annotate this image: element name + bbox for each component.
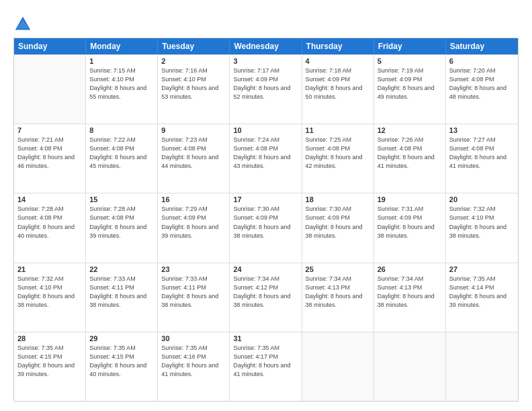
cal-cell-3-1: 14Sunrise: 7:28 AM Sunset: 4:08 PM Dayli… <box>14 193 86 262</box>
week-row-3: 14Sunrise: 7:28 AM Sunset: 4:08 PM Dayli… <box>14 193 518 262</box>
day-info: Sunrise: 7:23 AM Sunset: 4:08 PM Dayligh… <box>161 136 226 171</box>
header-day-thursday: Thursday <box>302 38 374 54</box>
day-number: 9 <box>161 126 226 134</box>
day-number: 12 <box>378 126 442 134</box>
week-row-2: 7Sunrise: 7:21 AM Sunset: 4:08 PM Daylig… <box>14 124 518 193</box>
day-info: Sunrise: 7:29 AM Sunset: 4:09 PM Dayligh… <box>161 205 226 240</box>
day-info: Sunrise: 7:34 AM Sunset: 4:12 PM Dayligh… <box>233 275 298 310</box>
cal-cell-5-6 <box>374 332 446 401</box>
day-info: Sunrise: 7:24 AM Sunset: 4:08 PM Dayligh… <box>233 136 298 171</box>
day-info: Sunrise: 7:32 AM Sunset: 4:10 PM Dayligh… <box>17 275 82 310</box>
header-day-sunday: Sunday <box>14 38 86 54</box>
cal-cell-4-1: 21Sunrise: 7:32 AM Sunset: 4:10 PM Dayli… <box>14 263 86 332</box>
day-number: 20 <box>449 195 515 203</box>
day-number: 13 <box>449 126 515 134</box>
cal-cell-2-2: 8Sunrise: 7:22 AM Sunset: 4:08 PM Daylig… <box>86 124 158 193</box>
day-number: 8 <box>89 126 154 134</box>
logo <box>13 15 35 34</box>
day-number: 11 <box>306 126 370 134</box>
cal-cell-5-4: 31Sunrise: 7:35 AM Sunset: 4:17 PM Dayli… <box>230 332 302 401</box>
header-day-friday: Friday <box>374 38 446 54</box>
day-info: Sunrise: 7:31 AM Sunset: 4:09 PM Dayligh… <box>378 205 442 240</box>
day-info: Sunrise: 7:33 AM Sunset: 4:11 PM Dayligh… <box>89 275 154 310</box>
day-number: 23 <box>161 265 226 273</box>
day-info: Sunrise: 7:35 AM Sunset: 4:15 PM Dayligh… <box>17 344 82 379</box>
day-number: 25 <box>306 265 370 273</box>
day-number: 7 <box>17 126 82 134</box>
cal-cell-2-5: 11Sunrise: 7:25 AM Sunset: 4:08 PM Dayli… <box>302 124 374 193</box>
day-info: Sunrise: 7:28 AM Sunset: 4:08 PM Dayligh… <box>17 205 82 240</box>
day-info: Sunrise: 7:28 AM Sunset: 4:08 PM Dayligh… <box>89 205 154 240</box>
cal-cell-4-7: 27Sunrise: 7:35 AM Sunset: 4:14 PM Dayli… <box>446 263 518 332</box>
header-day-tuesday: Tuesday <box>158 38 230 54</box>
day-info: Sunrise: 7:17 AM Sunset: 4:09 PM Dayligh… <box>233 66 298 101</box>
cal-cell-3-5: 18Sunrise: 7:30 AM Sunset: 4:09 PM Dayli… <box>302 193 374 262</box>
cal-cell-2-1: 7Sunrise: 7:21 AM Sunset: 4:08 PM Daylig… <box>14 124 86 193</box>
day-number: 15 <box>89 195 154 203</box>
day-info: Sunrise: 7:34 AM Sunset: 4:13 PM Dayligh… <box>306 275 370 310</box>
day-number: 24 <box>233 265 298 273</box>
day-number: 14 <box>17 195 82 203</box>
day-info: Sunrise: 7:35 AM Sunset: 4:14 PM Dayligh… <box>449 275 515 310</box>
cal-cell-5-5 <box>302 332 374 401</box>
cal-cell-5-2: 29Sunrise: 7:35 AM Sunset: 4:15 PM Dayli… <box>86 332 158 401</box>
cal-cell-2-7: 13Sunrise: 7:27 AM Sunset: 4:08 PM Dayli… <box>446 124 518 193</box>
day-info: Sunrise: 7:35 AM Sunset: 4:15 PM Dayligh… <box>89 344 154 379</box>
day-info: Sunrise: 7:33 AM Sunset: 4:11 PM Dayligh… <box>161 275 226 310</box>
cal-cell-1-1 <box>14 55 86 124</box>
cal-cell-1-3: 2Sunrise: 7:16 AM Sunset: 4:10 PM Daylig… <box>158 55 230 124</box>
day-info: Sunrise: 7:35 AM Sunset: 4:17 PM Dayligh… <box>233 344 298 379</box>
day-number: 28 <box>17 334 82 342</box>
week-row-1: 1Sunrise: 7:15 AM Sunset: 4:10 PM Daylig… <box>14 54 518 124</box>
day-info: Sunrise: 7:27 AM Sunset: 4:08 PM Dayligh… <box>449 136 515 171</box>
day-number: 21 <box>17 265 82 273</box>
day-info: Sunrise: 7:25 AM Sunset: 4:08 PM Dayligh… <box>306 136 370 171</box>
cal-cell-5-7 <box>446 332 518 401</box>
day-info: Sunrise: 7:19 AM Sunset: 4:09 PM Dayligh… <box>378 66 442 101</box>
day-info: Sunrise: 7:35 AM Sunset: 4:16 PM Dayligh… <box>161 344 226 379</box>
cal-cell-3-7: 20Sunrise: 7:32 AM Sunset: 4:10 PM Dayli… <box>446 193 518 262</box>
week-row-4: 21Sunrise: 7:32 AM Sunset: 4:10 PM Dayli… <box>14 263 518 332</box>
week-row-5: 28Sunrise: 7:35 AM Sunset: 4:15 PM Dayli… <box>14 332 518 401</box>
day-number: 17 <box>233 195 298 203</box>
day-number: 30 <box>161 334 226 342</box>
cal-cell-3-6: 19Sunrise: 7:31 AM Sunset: 4:09 PM Dayli… <box>374 193 446 262</box>
cal-cell-1-6: 5Sunrise: 7:19 AM Sunset: 4:09 PM Daylig… <box>374 55 446 124</box>
day-number: 31 <box>233 334 298 342</box>
day-info: Sunrise: 7:26 AM Sunset: 4:08 PM Dayligh… <box>378 136 442 171</box>
day-number: 10 <box>233 126 298 134</box>
day-number: 18 <box>306 195 370 203</box>
day-number: 26 <box>378 265 442 273</box>
day-info: Sunrise: 7:18 AM Sunset: 4:09 PM Dayligh… <box>306 66 370 101</box>
cal-cell-4-6: 26Sunrise: 7:34 AM Sunset: 4:13 PM Dayli… <box>374 263 446 332</box>
logo-icon <box>13 15 32 34</box>
cal-cell-1-4: 3Sunrise: 7:17 AM Sunset: 4:09 PM Daylig… <box>230 55 302 124</box>
cal-cell-4-4: 24Sunrise: 7:34 AM Sunset: 4:12 PM Dayli… <box>230 263 302 332</box>
header-day-monday: Monday <box>86 38 158 54</box>
cal-cell-4-3: 23Sunrise: 7:33 AM Sunset: 4:11 PM Dayli… <box>158 263 230 332</box>
day-info: Sunrise: 7:22 AM Sunset: 4:08 PM Dayligh… <box>89 136 154 171</box>
header-day-wednesday: Wednesday <box>230 38 302 54</box>
cal-cell-4-5: 25Sunrise: 7:34 AM Sunset: 4:13 PM Dayli… <box>302 263 374 332</box>
day-number: 5 <box>378 57 442 65</box>
day-info: Sunrise: 7:20 AM Sunset: 4:08 PM Dayligh… <box>449 66 515 101</box>
day-info: Sunrise: 7:30 AM Sunset: 4:09 PM Dayligh… <box>233 205 298 240</box>
page: SundayMondayTuesdayWednesdayThursdayFrid… <box>0 0 532 411</box>
cal-cell-2-6: 12Sunrise: 7:26 AM Sunset: 4:08 PM Dayli… <box>374 124 446 193</box>
cal-cell-1-2: 1Sunrise: 7:15 AM Sunset: 4:10 PM Daylig… <box>86 55 158 124</box>
day-number: 29 <box>89 334 154 342</box>
header <box>13 12 519 34</box>
cal-cell-3-4: 17Sunrise: 7:30 AM Sunset: 4:09 PM Dayli… <box>230 193 302 262</box>
cal-cell-1-5: 4Sunrise: 7:18 AM Sunset: 4:09 PM Daylig… <box>302 55 374 124</box>
calendar-body: 1Sunrise: 7:15 AM Sunset: 4:10 PM Daylig… <box>14 54 518 401</box>
cal-cell-2-4: 10Sunrise: 7:24 AM Sunset: 4:08 PM Dayli… <box>230 124 302 193</box>
day-info: Sunrise: 7:34 AM Sunset: 4:13 PM Dayligh… <box>378 275 442 310</box>
day-info: Sunrise: 7:16 AM Sunset: 4:10 PM Dayligh… <box>161 66 226 101</box>
cal-cell-3-3: 16Sunrise: 7:29 AM Sunset: 4:09 PM Dayli… <box>158 193 230 262</box>
day-number: 19 <box>378 195 442 203</box>
day-number: 16 <box>161 195 226 203</box>
day-number: 4 <box>306 57 370 65</box>
header-day-saturday: Saturday <box>446 38 518 54</box>
day-number: 2 <box>161 57 226 65</box>
cal-cell-3-2: 15Sunrise: 7:28 AM Sunset: 4:08 PM Dayli… <box>86 193 158 262</box>
